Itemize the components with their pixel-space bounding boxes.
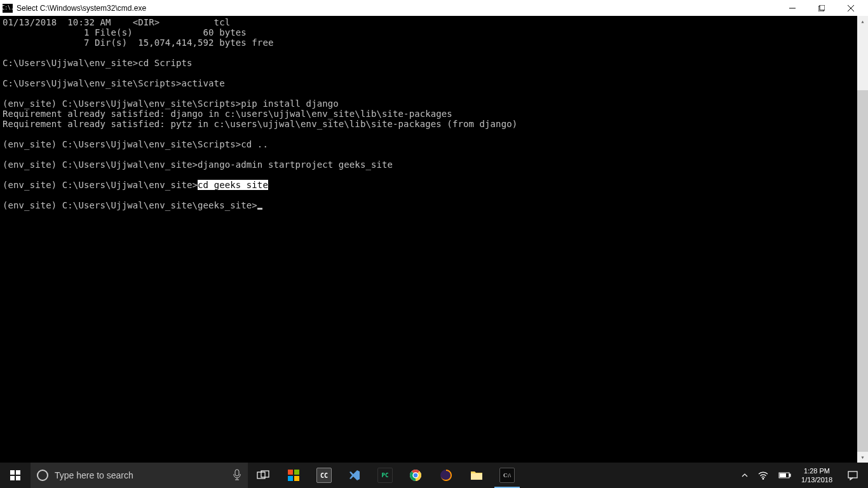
- console-area[interactable]: 01/13/2018 10:32 AM <DIR> tcl 1 File(s) …: [0, 16, 868, 463]
- taskbar-app-visualstudio-icon[interactable]: [339, 463, 370, 488]
- tray-date: 1/13/2018: [801, 475, 832, 484]
- search-box[interactable]: Type here to search: [31, 463, 248, 488]
- svg-rect-9: [235, 470, 239, 476]
- wifi-icon[interactable]: [753, 463, 773, 488]
- clock[interactable]: 1:28 PM 1/13/2018: [796, 463, 837, 488]
- vertical-scrollbar[interactable]: ▴ ▾: [857, 16, 868, 463]
- svg-rect-5: [10, 470, 15, 475]
- maximize-button[interactable]: [807, 0, 836, 16]
- task-view-button[interactable]: [248, 463, 278, 488]
- svg-marker-16: [349, 470, 360, 480]
- microphone-icon[interactable]: [233, 469, 241, 482]
- search-placeholder: Type here to search: [55, 470, 133, 480]
- window-title: Select C:\Windows\system32\cmd.exe: [17, 4, 778, 13]
- taskbar-app-firefox-icon[interactable]: [431, 463, 461, 488]
- svg-rect-14: [288, 476, 293, 481]
- svg-rect-6: [16, 470, 20, 475]
- terminal-output[interactable]: 01/13/2018 10:32 AM <DIR> tcl 1 File(s) …: [0, 16, 857, 463]
- scroll-down-button[interactable]: ▾: [857, 452, 868, 463]
- taskbar-app-chrome-icon[interactable]: [400, 463, 431, 488]
- minimize-button[interactable]: [778, 0, 807, 16]
- taskbar-app-pycharm-icon[interactable]: PC: [370, 463, 400, 488]
- svg-point-25: [763, 478, 764, 480]
- svg-rect-2: [820, 5, 825, 10]
- tray-time: 1:28 PM: [801, 466, 832, 475]
- taskbar: Type here to search CC PC C:\: [0, 463, 868, 488]
- scroll-up-button[interactable]: ▴: [857, 16, 868, 27]
- notification-center-icon[interactable]: [837, 463, 868, 488]
- svg-rect-15: [294, 476, 299, 481]
- scroll-thumb[interactable]: [857, 90, 868, 452]
- window-controls: [778, 0, 865, 16]
- tray-overflow-icon[interactable]: [736, 463, 753, 488]
- cortana-icon: [37, 470, 48, 481]
- battery-icon[interactable]: [773, 463, 796, 488]
- system-tray: 1:28 PM 1/13/2018: [736, 463, 868, 488]
- taskbar-app-store-icon[interactable]: [278, 463, 309, 488]
- scroll-track[interactable]: [857, 27, 868, 452]
- svg-rect-29: [848, 471, 857, 478]
- svg-rect-24: [471, 473, 482, 480]
- svg-rect-28: [780, 473, 786, 477]
- window-titlebar: C:\. Select C:\Windows\system32\cmd.exe: [0, 0, 868, 16]
- close-button[interactable]: [836, 0, 865, 16]
- svg-rect-13: [294, 470, 299, 475]
- cmd-icon: C:\.: [3, 4, 13, 13]
- svg-rect-12: [288, 470, 293, 475]
- svg-rect-7: [10, 476, 15, 480]
- taskbar-app-cmd-icon[interactable]: C:\: [492, 463, 522, 488]
- taskbar-app-file-explorer-icon[interactable]: [461, 463, 492, 488]
- start-button[interactable]: [0, 463, 31, 488]
- svg-rect-27: [789, 474, 790, 477]
- svg-rect-8: [16, 476, 20, 480]
- taskbar-app-captions-icon[interactable]: CC: [309, 463, 339, 488]
